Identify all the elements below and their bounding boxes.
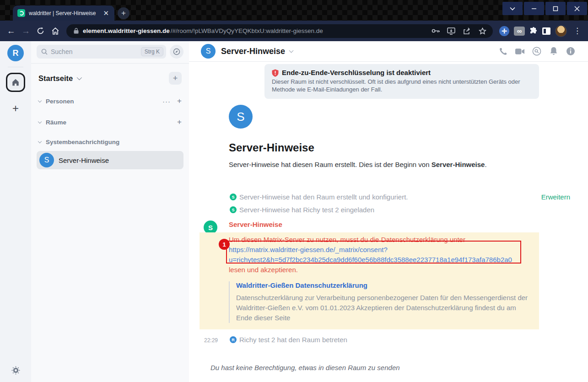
side-panel-icon[interactable] [542,27,550,35]
quote-text: Datenschutzerklärung zur Verarbeitung pe… [236,293,532,323]
section-add-icon[interactable]: + [177,118,182,127]
no-permission-notice: Du hast keine Berechtigung, etwas in die… [200,364,588,371]
annotation-rectangle [226,241,521,264]
home-space-button[interactable] [6,73,25,92]
roomlist-divider [31,63,189,64]
window-minimize-button[interactable] [524,2,544,15]
encryption-warning-title: Ende-zu-Ende-Verschlüsselung ist deaktiv… [272,69,531,76]
annotation-badge: 1 [219,239,230,250]
room-item-server-hinweise[interactable]: S Server-Hinweise [37,151,183,169]
section-options-icon[interactable]: ··· [162,97,171,105]
browser-profile-avatar[interactable] [555,25,567,37]
voice-call-icon[interactable] [497,47,508,56]
create-space-button[interactable]: + [12,102,19,115]
browser-titlebar: waldritter | Server-Hinweise ✕ + [0,0,588,21]
back-icon[interactable]: ← [5,24,17,38]
window-chevron-button[interactable] [502,2,523,15]
message-body: Um diesen Matrix-Server zu nutzen, musst… [200,232,539,329]
window-close-button[interactable] [567,2,587,15]
room-info-icon[interactable] [565,47,576,56]
search-icon [41,48,48,55]
room-search-icon[interactable] [531,47,542,56]
room-list-panel: Suchen Strg K Startseite + Personen ··· … [31,41,189,382]
tab-title: waldritter | Server-Hinweise [29,10,97,16]
event-text: Server-Hinweise hat den Raum erstellt un… [239,193,408,201]
space-header[interactable]: Startseite + [37,72,183,85]
event-avatar: S [230,194,237,200]
chevron-down-icon [38,98,42,102]
section-personen[interactable]: Personen ··· + [37,97,183,106]
section-raeume[interactable]: Räume + [37,118,183,127]
home-icon[interactable] [49,24,62,38]
forward-icon[interactable]: → [19,24,32,38]
event-user-invited: S Server-Hinweise hat Richy test 2 einge… [200,206,588,214]
section-add-icon[interactable]: + [177,97,182,106]
event-text: Richy test 2 hat den Raum betreten [239,336,347,344]
new-tab-button[interactable]: + [118,7,129,19]
add-room-button[interactable]: + [169,72,182,85]
room-name: Server-Hinweise [59,156,109,164]
chevron-down-icon [38,140,42,143]
search-shortcut-badge: Strg K [141,47,163,56]
search-input[interactable]: Suchen Strg K [37,45,166,59]
share-icon[interactable] [461,27,473,35]
message-timeline: Ende-zu-Ende-Verschlüsselung ist deaktiv… [189,62,588,382]
password-key-icon[interactable] [430,28,442,33]
install-app-icon[interactable] [445,27,457,35]
extension-blue-icon[interactable]: ✛ [499,26,509,36]
room-header-name[interactable]: Server-Hinweise [221,47,285,56]
notifications-bell-icon[interactable] [548,47,559,56]
intro-text-bold: Server-Hinweise [432,161,485,168]
message-group: S Server-Hinweise Um diesen Matrix-Serve… [200,221,588,329]
lock-icon [73,28,79,34]
section-systembenachrichtigung[interactable]: Systembenachrichtigung [37,139,183,145]
event-avatar: S [230,206,237,213]
space-header-label: Startseite [38,74,73,83]
bookmark-star-icon[interactable] [476,27,488,35]
url-path: /#/room/!pLWBaVDyQyYEQKbtxU:waldritter-g… [171,27,323,34]
browser-tab[interactable]: waldritter | Server-Hinweise ✕ [13,5,114,21]
event-room-created: S Server-Hinweise hat den Raum erstellt … [200,193,588,201]
settings-gear-icon[interactable] [11,366,20,375]
room-intro-title: Server-Hinweise [229,141,588,154]
chevron-down-icon[interactable] [289,48,294,53]
section-label: Systembenachrichtigung [46,139,119,145]
section-label: Räume [46,119,66,126]
event-avatar: R [230,336,237,343]
intro-text-prefix: Server-Hinweise hat diesen Raum erstellt… [229,161,432,168]
reload-icon[interactable] [34,24,47,38]
tab-close-icon[interactable]: ✕ [101,9,111,17]
intro-text-suffix: . [485,161,486,168]
sender-name[interactable]: Server-Hinweise [200,221,588,228]
space-rail: R + [0,41,31,382]
url-host: element.waldritter-giessen.de [83,27,170,34]
room-intro-avatar: S [229,105,253,129]
message-blockquote: Waldritter-Gießen Datenschutzerklärung D… [229,281,532,323]
explore-rooms-button[interactable] [170,45,183,59]
shield-warning-icon [272,69,279,77]
chevron-down-icon [77,75,82,80]
encryption-warning-body: Dieser Raum ist nicht verschlüsselt. Oft… [272,78,531,93]
event-user-joined: 22:29 R Richy test 2 hat den Raum betret… [200,336,588,344]
browser-menu-icon[interactable]: ⋮ [572,26,583,36]
message-line: lesen und akzeptieren. [229,265,532,275]
room-header-avatar[interactable]: S [201,44,216,59]
chevron-down-icon [38,119,42,123]
element-favicon-icon [17,9,25,17]
video-call-icon[interactable] [514,48,525,55]
expand-link[interactable]: Erweitern [541,193,570,201]
privacy-policy-link[interactable]: Waldritter-Gießen Datenschutzerklärung [236,281,532,289]
extension-infinity-icon[interactable]: ∞ [514,27,525,36]
url-bar[interactable]: element.waldritter-giessen.de /#/room/!p… [66,24,493,38]
event-text: Server-Hinweise hat Richy test 2 eingela… [239,206,374,214]
browser-toolbar: ← → element.waldritter-giessen.de /#/roo… [0,21,588,41]
user-avatar[interactable]: R [7,45,24,61]
event-timestamp: 22:29 [204,337,218,344]
room-avatar: S [39,153,54,167]
window-maximize-button[interactable] [545,2,566,15]
rail-divider [8,67,23,67]
extensions-puzzle-icon[interactable] [529,27,538,35]
room-header: S Server-Hinweise [189,41,588,62]
room-intro-text: Server-Hinweise hat diesen Raum erstellt… [229,161,588,168]
search-placeholder: Suchen [51,48,138,55]
